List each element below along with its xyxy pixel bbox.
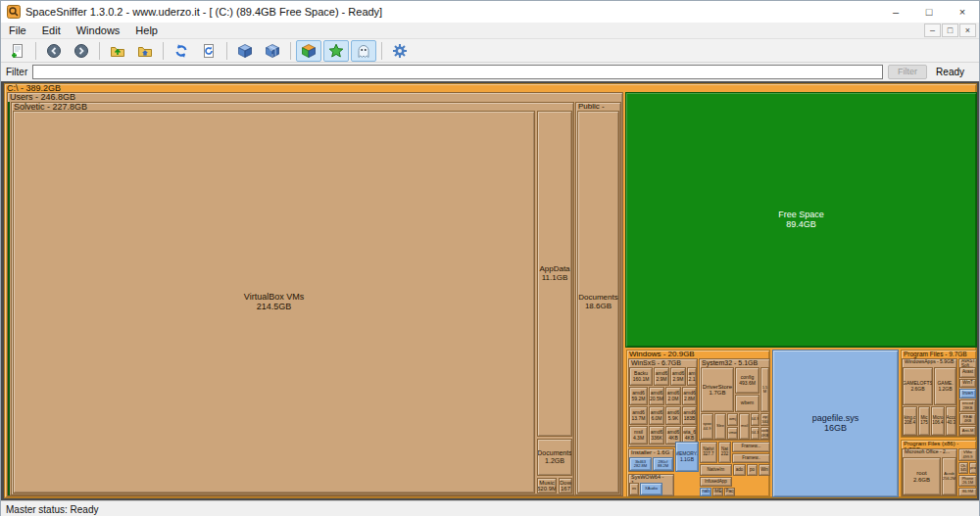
treemap-block-wbem[interactable]: wbem xyxy=(735,395,760,412)
treemap-block-winsxs-amd64-8[interactable]: amd6 13.7M xyxy=(629,406,648,425)
filter-input[interactable] xyxy=(32,65,883,79)
treemap-block-winsxs-amd64-5[interactable]: amd6 20.5M xyxy=(649,387,664,405)
menu-edit[interactable]: Edit xyxy=(34,23,69,38)
treemap-block-wxb[interactable]: wxb 4KB xyxy=(760,427,769,440)
rescan-button[interactable] xyxy=(196,40,221,62)
treemap-block-label: WinT xyxy=(962,381,973,386)
close-button[interactable]: × xyxy=(946,1,979,23)
treemap-block-downloads[interactable]: Dow 167 xyxy=(559,478,572,493)
new-scan-button[interactable] xyxy=(5,40,30,62)
treemap-block-documents-solvetic[interactable]: Documents 1.2GB xyxy=(537,439,572,476)
minimize-button[interactable]: – xyxy=(879,1,912,23)
treemap-block-gamelofts[interactable]: GAMELOFTS 2.6GB xyxy=(903,367,933,405)
treemap-block-winsxs-amd64-2[interactable]: amd6 2.9M xyxy=(670,367,686,386)
treemap-block-es[interactable]: es xyxy=(629,483,639,495)
treemap-block-root[interactable]: root 2.6GB xyxy=(903,457,941,495)
treemap-block-winsxs-amd64-7[interactable]: amd6 2.8M xyxy=(682,387,697,405)
show-free-space-button[interactable] xyxy=(296,40,321,62)
treemap-block-winsxs-amd64-11[interactable]: amd6 183B xyxy=(682,406,697,425)
show-filtered-button[interactable] xyxy=(323,40,349,62)
treemap-block-framework-1[interactable]: Framew... xyxy=(732,442,770,452)
treemap-block-acco[interactable]: Acco 40.3 xyxy=(946,406,956,436)
treemap-block-wint[interactable]: WinT xyxy=(959,379,976,388)
treemap-block-por[interactable]: po xyxy=(747,464,758,476)
treemap-block-free-space[interactable]: Free Space 89.4GB xyxy=(625,92,977,348)
treemap-block-vmware[interactable]: VMw 499.9 xyxy=(958,448,977,461)
treemap-block-ado[interactable]: ado xyxy=(733,464,746,476)
options-button[interactable] xyxy=(387,40,413,62)
forward-button[interactable] xyxy=(69,40,94,62)
refresh-button[interactable] xyxy=(169,40,194,62)
treemap-block-native-2[interactable]: Nat 232 xyxy=(718,442,731,463)
more-detail-button[interactable] xyxy=(260,40,285,62)
less-detail-button[interactable] xyxy=(232,40,258,62)
treemap-block-winsxs-amd64-4[interactable]: amd6 59.2M xyxy=(629,387,648,405)
treemap-block-mic[interactable]: Mic 175 xyxy=(918,406,930,436)
back-button[interactable] xyxy=(41,40,67,62)
mdi-minimize-button[interactable]: – xyxy=(924,23,941,37)
treemap-block-winsxs-backup[interactable]: Backu 160.1M xyxy=(629,367,653,386)
treemap-block-sys32-side[interactable]: 1.5 M xyxy=(760,367,769,412)
treemap-block-installer-file-1[interactable]: 3b463 282.8M xyxy=(629,457,652,471)
treemap-block-label: WinSxS - 6.7GB xyxy=(629,359,697,367)
treemap-block-winsxs-amd64-10[interactable]: amd6 5.9K xyxy=(665,406,681,425)
parent-folder-button[interactable] xyxy=(105,40,130,62)
treemap-block-pagefile[interactable]: pagefile.sys 16GB xyxy=(772,350,899,497)
treemap-block-nativeimages[interactable]: NativeIm xyxy=(700,464,732,476)
treemap-block-infusedapps[interactable]: InfusedApp xyxy=(700,477,732,487)
toolbar-separator xyxy=(290,42,291,60)
treemap-block-winsxs-amd64-12[interactable]: amd6 336K xyxy=(649,426,664,445)
treemap-block-anti[interactable]: Anti-M xyxy=(959,426,976,436)
mdi-restore-button[interactable]: □ xyxy=(942,23,958,37)
treemap-block-phone[interactable]: Phone 26.1M xyxy=(958,475,977,487)
treemap-block-wmi[interactable]: wmj xyxy=(727,413,738,426)
treemap-block-inven[interactable]: Inven xyxy=(959,389,976,399)
treemap-block-encod[interactable]: encod 28KB xyxy=(959,399,976,412)
treemap-block-installer-file-2[interactable]: 280cf 88.2M xyxy=(653,457,673,471)
treemap-block-misc-869[interactable]: 86.9M xyxy=(958,488,977,496)
treemap-block-config[interactable]: config 493.6M xyxy=(735,367,760,394)
treemap-block-reai[interactable]: REAI 4KB xyxy=(959,413,976,425)
show-unknown-space-button[interactable] xyxy=(351,40,376,62)
treemap-block-framework-2[interactable]: Framew.. xyxy=(732,453,770,463)
treemap-block-native-1[interactable]: Nativi 327.7 xyxy=(700,442,717,463)
menu-help[interactable]: Help xyxy=(127,23,166,38)
treemap-block-sleepstudy[interactable]: Slee xyxy=(714,413,726,440)
treemap-block-zipfs[interactable]: zip 340 xyxy=(760,413,769,426)
maximize-button[interactable]: □ xyxy=(912,1,946,23)
treemap-block-win-misc[interactable]: Win xyxy=(759,464,770,476)
treemap-block-wins-343[interactable]: 34.3 xyxy=(751,427,760,440)
treemap-block-chrome[interactable]: Ch. 345 xyxy=(958,462,968,474)
treemap-block-music[interactable]: Music 520.9M xyxy=(537,478,557,493)
menu-file[interactable]: File xyxy=(1,23,34,38)
treemap-block-winsxs-amd64-6[interactable]: amd6 2.0M xyxy=(665,387,681,405)
treemap-block-acrobat[interactable]: Acrob 256.2M xyxy=(942,457,956,495)
treemap-block-documents-public[interactable]: Documents 18.6GB xyxy=(577,111,619,493)
treemap-block-driverstore[interactable]: DriverStore 1.7GB xyxy=(701,367,734,412)
treemap-block-ime[interactable]: IME xyxy=(712,488,723,496)
treemap-block-micro[interactable]: Micro 106.4 xyxy=(931,406,945,436)
treemap-block-winsxs-msil[interactable]: msil 4.3M xyxy=(629,426,648,445)
treemap-block-msil2[interactable]: msil xyxy=(739,413,750,440)
home-button[interactable] xyxy=(132,40,158,62)
treemap-block-xaudio[interactable]: XAudio xyxy=(640,483,662,495)
menu-windows[interactable]: Windows xyxy=(69,23,128,38)
treemap-block-avast[interactable]: Avast xyxy=(959,367,976,378)
treemap-block-prog[interactable]: pro xyxy=(969,462,977,474)
treemap-block-vmw[interactable]: vmw xyxy=(727,427,738,440)
mdi-close-button[interactable]: × xyxy=(959,23,976,37)
treemap-block-winsxs-amd64-3[interactable]: am 2.1 xyxy=(687,367,697,386)
treemap-block-users-free-sliver[interactable] xyxy=(8,102,10,495)
treemap-block-wins-649[interactable]: 64.9 xyxy=(751,413,760,426)
treemap-block-spool[interactable]: spoo 44.9 xyxy=(701,413,713,440)
treemap-block-winsxs-amd64-9[interactable]: amd6 6.0M xyxy=(649,406,664,425)
treemap-block-game[interactable]: GAME. 1.2GB xyxy=(934,367,956,405)
treemap-block-winsxs-amd64-1[interactable]: amd6 2.9M xyxy=(654,367,669,386)
filter-button[interactable]: Filter xyxy=(888,65,927,79)
treemap-block-nab[interactable]: nab xyxy=(700,488,711,496)
treemap-block-king[interactable]: king.c 208.4 xyxy=(903,406,917,436)
treemap-block-memory-dmp[interactable]: MEMORY.I 1.1GB xyxy=(675,442,699,472)
treemap-block-virtualbox-vms[interactable]: VirtualBox VMs 214.5GB xyxy=(13,111,535,493)
treemap-block-pac[interactable]: Pac xyxy=(724,488,735,496)
treemap-block-appdata[interactable]: AppData 11.1GB xyxy=(537,111,572,437)
